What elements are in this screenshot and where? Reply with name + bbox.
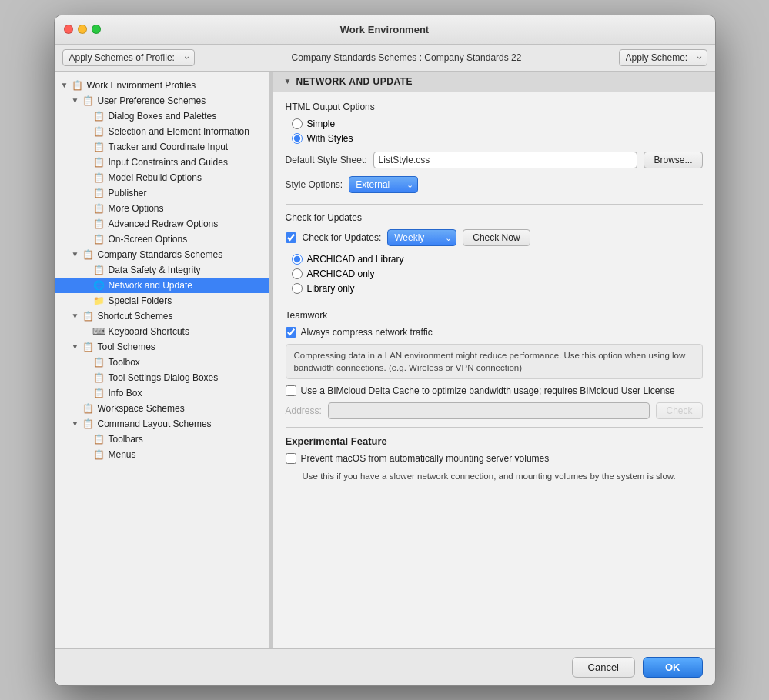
sidebar-item-tracker[interactable]: 📋Tracker and Coordinate Input xyxy=(55,139,269,155)
breadcrumb: Company Standards Schemes : Company Stan… xyxy=(202,52,611,63)
sidebar-item-shortcut-schemes[interactable]: ▼📋Shortcut Schemes xyxy=(55,308,269,324)
compress-checkbox[interactable] xyxy=(286,327,296,338)
ok-button[interactable]: OK xyxy=(643,657,703,678)
tree-label-keyboard-shortcuts: Keyboard Shortcuts xyxy=(109,326,189,337)
sidebar-item-input-constraints[interactable]: 📋Input Constraints and Guides xyxy=(55,155,269,170)
experimental-section: Experimental Feature Prevent macOS from … xyxy=(286,435,703,482)
apply-schemes-wrapper[interactable]: Apply Schemes of Profile: xyxy=(62,49,195,66)
sidebar-item-publisher[interactable]: 📋Publisher xyxy=(55,185,269,201)
html-output-title: HTML Output Options xyxy=(286,102,703,112)
teamwork-title: Teamwork xyxy=(286,310,703,321)
sidebar-item-command-layout[interactable]: ▼📋Command Layout Schemes xyxy=(55,416,269,432)
sidebar-item-toolbox[interactable]: 📋Toolbox xyxy=(55,355,269,370)
style-options-row: Style Options: External xyxy=(286,176,703,193)
maximize-button[interactable] xyxy=(92,25,101,34)
tree-icon-model-rebuild: 📋 xyxy=(93,172,105,184)
tree-icon-shortcut-schemes: 📋 xyxy=(82,310,95,322)
radio-archicad-only[interactable] xyxy=(292,268,303,279)
sidebar-item-network-update[interactable]: 🌐Network and Update xyxy=(55,278,269,293)
tree-label-input-constraints: Input Constraints and Guides xyxy=(109,157,228,168)
prevent-row: Prevent macOS from automatically mountin… xyxy=(286,453,703,464)
sidebar-item-keyboard-shortcuts[interactable]: ⌨Keyboard Shortcuts xyxy=(55,324,269,339)
section-collapse-icon[interactable]: ▼ xyxy=(284,77,292,85)
divider-2 xyxy=(286,302,703,302)
sidebar-item-data-safety[interactable]: 📋Data Safety & Integrity xyxy=(55,262,269,278)
style-options-select-wrapper[interactable]: External xyxy=(349,176,418,193)
tree-toggle-shortcut-schemes: ▼ xyxy=(72,312,81,320)
sidebar-item-selection-element[interactable]: 📋Selection and Element Information xyxy=(55,124,269,139)
bimcloud-label: Use a BIMcloud Delta Cache to optimize b… xyxy=(301,385,675,396)
sidebar-item-info-box[interactable]: 📋Info Box xyxy=(55,385,269,401)
content-area: ▼📋Work Environment Profiles▼📋User Prefer… xyxy=(55,72,715,648)
sidebar-item-special-folders[interactable]: 📁Special Folders xyxy=(55,293,269,308)
sidebar-item-company-standards[interactable]: ▼📋Company Standards Schemes xyxy=(55,247,269,262)
radio-archicad-library-label: ARCHICAD and Library xyxy=(307,254,404,265)
tree-toggle-command-layout: ▼ xyxy=(72,419,81,428)
prevent-note: Use this if you have a slower network co… xyxy=(303,470,703,482)
sidebar-item-on-screen-options[interactable]: 📋On-Screen Options xyxy=(55,232,269,247)
tree-icon-user-pref-schemes: 📋 xyxy=(82,95,95,107)
tree-label-model-rebuild: Model Rebuild Options xyxy=(109,172,202,183)
sidebar-item-toolbars[interactable]: 📋Toolbars xyxy=(55,432,269,447)
apply-scheme-select[interactable]: Apply Scheme: xyxy=(619,49,707,66)
updates-section: Check for Updates Check for Updates: Wee… xyxy=(286,212,703,294)
tree-label-dialog-boxes: Dialog Boxes and Palettes xyxy=(109,111,217,122)
main-window: Work Environment Apply Schemes of Profil… xyxy=(54,15,716,686)
section-header: ▼ NETWORK AND UPDATE xyxy=(273,72,715,92)
sidebar-item-tool-schemes[interactable]: ▼📋Tool Schemes xyxy=(55,339,269,355)
style-options-select[interactable]: External xyxy=(349,176,418,193)
tree-icon-command-layout: 📋 xyxy=(82,418,95,430)
main-panel: ▼ NETWORK AND UPDATE HTML Output Options… xyxy=(273,72,715,648)
update-radios: ARCHICAD and Library ARCHICAD only Libra… xyxy=(292,254,703,294)
tree-icon-keyboard-shortcuts: ⌨ xyxy=(93,325,105,338)
tree-label-publisher: Publisher xyxy=(109,188,147,198)
tree-icon-on-screen-options: 📋 xyxy=(93,233,105,245)
sidebar-item-dialog-boxes[interactable]: 📋Dialog Boxes and Palettes xyxy=(55,108,269,124)
section-body: HTML Output Options Simple With Styles D… xyxy=(273,92,715,492)
check-now-button[interactable]: Check Now xyxy=(463,229,530,246)
address-row: Address: Check xyxy=(286,402,703,419)
frequency-select[interactable]: Weekly xyxy=(387,229,456,246)
tree-icon-toolbars: 📋 xyxy=(93,433,105,445)
sidebar-item-work-env-profiles[interactable]: ▼📋Work Environment Profiles xyxy=(55,78,269,93)
sidebar-item-more-options[interactable]: 📋More Options xyxy=(55,201,269,216)
tree-label-company-standards: Company Standards Schemes xyxy=(98,249,223,260)
minimize-button[interactable] xyxy=(78,25,87,34)
radio-archicad-library[interactable] xyxy=(292,254,303,265)
check-updates-row: Check for Updates: Weekly Check Now xyxy=(286,229,703,246)
prevent-checkbox[interactable] xyxy=(286,453,296,464)
tree-icon-network-update: 🌐 xyxy=(93,279,105,292)
radio-library-only[interactable] xyxy=(292,283,303,294)
tree-icon-dialog-boxes: 📋 xyxy=(93,110,105,122)
check-address-button[interactable]: Check xyxy=(656,402,702,419)
radio-simple[interactable] xyxy=(292,118,303,129)
bimcloud-checkbox[interactable] xyxy=(286,385,296,396)
sidebar-item-model-rebuild[interactable]: 📋Model Rebuild Options xyxy=(55,170,269,185)
radio-library-only-label: Library only xyxy=(307,283,355,294)
teamwork-section: Teamwork Always compress network traffic… xyxy=(286,310,703,419)
tree-label-advanced-redraw: Advanced Redraw Options xyxy=(109,218,219,229)
tree-label-tracker: Tracker and Coordinate Input xyxy=(109,142,229,152)
check-updates-checkbox[interactable] xyxy=(286,232,296,243)
tree-label-data-safety: Data Safety & Integrity xyxy=(109,265,201,275)
sidebar-item-menus[interactable]: 📋Menus xyxy=(55,447,269,462)
sidebar-item-workspace-schemes[interactable]: 📋Workspace Schemes xyxy=(55,401,269,416)
frequency-select-wrapper[interactable]: Weekly xyxy=(387,229,456,246)
browse-button[interactable]: Browse... xyxy=(644,152,702,168)
cancel-button[interactable]: Cancel xyxy=(572,657,635,678)
sidebar-item-tool-settings[interactable]: 📋Tool Settings Dialog Boxes xyxy=(55,370,269,385)
address-input[interactable] xyxy=(328,402,650,419)
apply-scheme-wrapper[interactable]: Apply Scheme: xyxy=(619,49,707,66)
radio-with-styles-row: With Styles xyxy=(292,133,703,144)
tree-icon-company-standards: 📋 xyxy=(82,248,95,261)
tree-icon-input-constraints: 📋 xyxy=(93,156,105,168)
compress-row: Always compress network traffic xyxy=(286,327,703,338)
apply-schemes-select[interactable]: Apply Schemes of Profile: xyxy=(62,49,195,66)
tree-icon-advanced-redraw: 📋 xyxy=(93,218,105,230)
close-button[interactable] xyxy=(64,25,73,34)
sidebar-item-user-pref-schemes[interactable]: ▼📋User Preference Schemes xyxy=(55,93,269,108)
tree-label-selection-element: Selection and Element Information xyxy=(109,126,249,137)
style-sheet-input[interactable] xyxy=(373,152,638,168)
radio-with-styles[interactable] xyxy=(292,133,303,144)
sidebar-item-advanced-redraw[interactable]: 📋Advanced Redraw Options xyxy=(55,216,269,232)
